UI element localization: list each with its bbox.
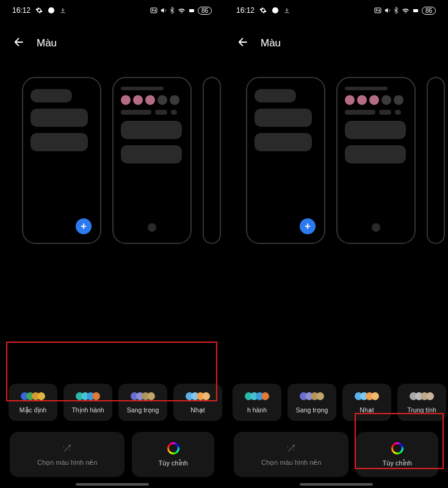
palette-label: Sang trọng — [296, 406, 328, 414]
svg-rect-5 — [413, 9, 418, 12]
theme-previews[interactable]: + — [224, 60, 448, 244]
palette-label: h hành — [247, 406, 267, 414]
bluetooth-icon — [170, 7, 175, 14]
data-icon — [189, 7, 195, 13]
plus-icon: + — [76, 218, 92, 234]
palette-label: Nhạt — [190, 406, 204, 414]
back-icon[interactable] — [236, 35, 250, 51]
preview-card-1[interactable]: + — [22, 77, 101, 244]
bottom-actions: Chọn màu hình nền Tùy chỉnh — [0, 421, 224, 483]
preview-card-3[interactable] — [203, 77, 221, 244]
palette-dots — [410, 392, 434, 400]
palette-chip-3[interactable]: Trung tính — [397, 384, 446, 421]
palette-chip-0[interactable]: Mặc định — [9, 384, 57, 421]
svg-rect-2 — [189, 9, 194, 12]
wallpaper-color-label: Chọn màu hình nền — [37, 459, 97, 467]
color-ring-icon — [391, 442, 403, 454]
palette-label: Trung tính — [407, 406, 436, 414]
status-bar: 16:12 86 — [0, 0, 224, 17]
preview-card-2[interactable] — [336, 77, 416, 244]
nfc-icon — [150, 7, 157, 13]
palette-chip-2[interactable]: Sang trọng — [118, 384, 167, 421]
nfc-icon — [374, 7, 381, 13]
nav-bar[interactable] — [224, 483, 448, 488]
palette-row[interactable]: h hànhSang trọngNhạtTrung tính — [224, 384, 448, 421]
battery-level: 86 — [198, 7, 212, 15]
palette-chip-0[interactable]: h hành — [233, 384, 281, 421]
status-bar: 16:12 86 — [224, 0, 448, 17]
wifi-icon — [402, 7, 410, 13]
wallpaper-color-button[interactable]: Chọn màu hình nền — [10, 432, 125, 477]
download-icon — [60, 7, 66, 13]
status-time: 16:12 — [12, 6, 31, 15]
gear-icon — [35, 7, 43, 14]
color-ring-icon — [167, 442, 179, 454]
header: Màu — [224, 17, 448, 60]
bottom-actions: Chọn màu hình nền Tùy chỉnh — [224, 421, 448, 483]
palette-dots — [21, 392, 45, 400]
status-time: 16:12 — [236, 6, 255, 15]
palette-label: Sang trọng — [127, 406, 159, 414]
back-icon[interactable] — [12, 35, 26, 51]
header: Màu — [0, 17, 224, 60]
palette-chip-2[interactable]: Nhạt — [342, 384, 391, 421]
preview-card-3[interactable] — [427, 77, 445, 244]
page-title: Màu — [261, 37, 281, 49]
palette-label: Nhạt — [359, 406, 374, 414]
palette-dots — [186, 392, 210, 400]
messenger-icon — [272, 7, 279, 14]
download-icon — [284, 7, 290, 13]
preview-card-2[interactable] — [112, 77, 192, 244]
custom-color-label: Tùy chỉnh — [159, 459, 188, 467]
palette-chip-3[interactable]: Nhạt — [173, 384, 222, 421]
custom-color-button[interactable]: Tùy chỉnh — [356, 432, 438, 477]
preview-card-1[interactable]: + — [246, 77, 325, 244]
battery-level: 86 — [422, 7, 436, 15]
palette-label: Mặc định — [20, 406, 46, 414]
nav-bar[interactable] — [0, 483, 224, 488]
phone-left: 16:12 86 Màu — [0, 0, 224, 488]
data-icon — [413, 7, 419, 13]
mute-icon — [161, 7, 167, 13]
palette-dots — [131, 392, 155, 400]
theme-previews[interactable]: + — [0, 60, 224, 244]
wallpaper-color-button[interactable]: Chọn màu hình nền — [234, 432, 349, 477]
palette-chip-1[interactable]: Sang trọng — [287, 384, 336, 421]
palette-dots — [300, 392, 324, 400]
custom-color-button[interactable]: Tùy chỉnh — [132, 432, 214, 477]
wifi-icon — [178, 7, 186, 13]
palette-dots — [245, 392, 269, 400]
palette-chip-1[interactable]: Thịnh hành — [63, 384, 112, 421]
wallpaper-color-label: Chọn màu hình nền — [261, 459, 321, 467]
custom-color-label: Tùy chỉnh — [383, 459, 412, 467]
gear-icon — [259, 7, 267, 14]
phone-right: 16:12 86 Màu + — [224, 0, 448, 488]
palette-dots — [76, 392, 100, 400]
plus-icon: + — [300, 218, 316, 234]
messenger-icon — [48, 7, 55, 14]
palette-row[interactable]: Mặc địnhThịnh hànhSang trọngNhạt — [0, 384, 224, 421]
page-title: Màu — [37, 37, 57, 49]
svg-point-3 — [272, 7, 278, 13]
palette-dots — [355, 392, 379, 400]
bluetooth-icon — [394, 7, 399, 14]
svg-point-0 — [48, 7, 54, 13]
mute-icon — [385, 7, 391, 13]
palette-label: Thịnh hành — [71, 406, 104, 414]
